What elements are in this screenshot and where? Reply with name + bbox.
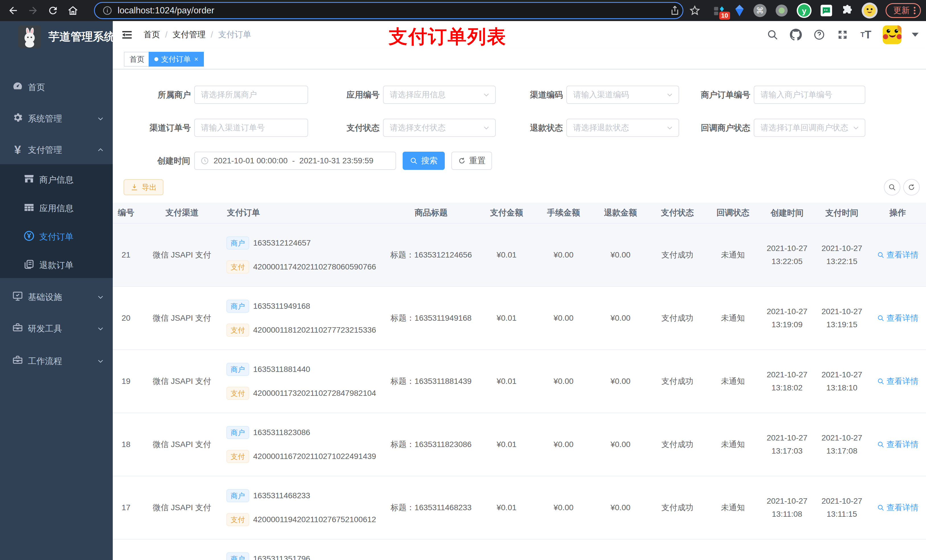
- sidebar-item-infra[interactable]: 基础设施: [0, 284, 113, 311]
- pay-channel: 微信 JSAPI 支付: [139, 502, 225, 513]
- share-icon[interactable]: [669, 5, 681, 16]
- sidebar-item-dev-tools[interactable]: 研发工具: [0, 315, 113, 342]
- filter-label-channel-code: 渠道编码: [495, 86, 563, 104]
- extension-tasks-icon[interactable]: 10: [713, 4, 726, 17]
- user-avatar[interactable]: [883, 25, 902, 44]
- breadcrumb-current: 支付订单: [218, 29, 251, 41]
- channel-code-select[interactable]: [566, 86, 679, 104]
- app-logo-row[interactable]: 芋道管理系统: [0, 21, 113, 52]
- extension-chat-icon[interactable]: [820, 4, 832, 17]
- notify-status: 未通知: [706, 313, 760, 323]
- tab-home[interactable]: 首页: [124, 52, 150, 66]
- browser-back-button[interactable]: [6, 4, 20, 17]
- browser-toolbar: localhost:1024/pay/order 10 ⌘ y: [0, 0, 926, 21]
- view-detail-link[interactable]: 查看详情: [877, 313, 918, 323]
- pay-amount: ¥0.01: [478, 314, 535, 323]
- chevron-down-icon: [97, 293, 104, 301]
- github-icon[interactable]: [789, 28, 802, 41]
- show-search-toggle-button[interactable]: [884, 179, 900, 195]
- callback-status-select[interactable]: [754, 119, 865, 137]
- pay-channel: 微信 JSAPI 支付: [139, 439, 225, 450]
- help-icon[interactable]: [813, 28, 826, 41]
- sidebar-item-pay[interactable]: ¥ 支付管理: [0, 136, 113, 164]
- view-detail-link[interactable]: 查看详情: [877, 439, 918, 450]
- browser-forward-button[interactable]: [26, 4, 40, 17]
- sidebar-fold-icon[interactable]: [121, 29, 133, 41]
- fullscreen-icon[interactable]: [836, 28, 849, 41]
- bookmark-star-icon[interactable]: [689, 5, 701, 16]
- pay-tag: 支付: [226, 450, 249, 463]
- view-detail-link[interactable]: 查看详情: [877, 376, 918, 387]
- extension-record-icon[interactable]: [775, 4, 788, 17]
- sidebar-item-merchant-info[interactable]: 商户信息: [0, 166, 113, 194]
- refund-amount: ¥0.00: [592, 314, 649, 323]
- pay-status-input[interactable]: [384, 119, 495, 136]
- search-button[interactable]: 搜索: [402, 152, 445, 170]
- sidebar-item-home[interactable]: 首页: [0, 74, 113, 101]
- pay-status: 支付成功: [649, 439, 706, 450]
- sidebar-item-pay-order[interactable]: 支付订单: [0, 222, 113, 251]
- chevron-down-icon: [666, 91, 673, 98]
- app-input[interactable]: [384, 86, 495, 103]
- merchant-tag: 商户: [226, 552, 249, 560]
- sidebar-item-app-info[interactable]: 应用信息: [0, 194, 113, 222]
- export-button[interactable]: 导出: [124, 179, 163, 195]
- merchant-order-no-field[interactable]: [754, 86, 865, 104]
- pay-order-cell: 商户 1635311823086 支付 42000011672021102710…: [225, 426, 384, 463]
- reset-button[interactable]: 重置: [451, 152, 492, 170]
- browser-update-button[interactable]: 更新: [885, 3, 921, 18]
- extension-command-icon[interactable]: ⌘: [754, 4, 767, 17]
- search-icon: [410, 157, 418, 165]
- browser-reload-button[interactable]: [46, 4, 60, 17]
- extension-y-icon[interactable]: y: [797, 3, 811, 18]
- pay-status: 支付成功: [649, 313, 706, 323]
- yen-icon: ¥: [10, 143, 25, 157]
- pay-status-select[interactable]: [383, 119, 496, 137]
- pay-time: 2021-10-27 13:17:08: [814, 432, 870, 457]
- channel-order-no-field[interactable]: [194, 119, 308, 137]
- search-icon[interactable]: [766, 28, 779, 41]
- filter-label-create-time: 创建时间: [122, 152, 190, 170]
- date-range-picker[interactable]: 2021-10-01 00:00:00 - 2021-10-31 23:59:5…: [194, 152, 396, 170]
- toolbox-icon: [10, 322, 25, 335]
- refund-status-select[interactable]: [566, 119, 679, 137]
- browser-home-button[interactable]: [66, 4, 80, 17]
- download-icon: [130, 183, 138, 191]
- product-title: 标题：1635311949168: [384, 313, 478, 323]
- search-icon: [888, 183, 896, 191]
- merchant-input[interactable]: [195, 86, 307, 103]
- merchant-select[interactable]: [194, 86, 308, 104]
- breadcrumb: 首页 / 支付管理 / 支付订单: [144, 21, 251, 48]
- close-tab-icon[interactable]: ×: [194, 55, 198, 63]
- view-detail-link[interactable]: 查看详情: [877, 502, 918, 513]
- refund-status-input[interactable]: [567, 119, 679, 136]
- sidebar-item-workflow[interactable]: 工作流程: [0, 347, 113, 375]
- col-status: 支付状态: [649, 207, 706, 219]
- profile-avatar-icon[interactable]: [862, 3, 878, 18]
- extension-badge: 10: [719, 12, 730, 20]
- avatar-caret-icon[interactable]: [912, 33, 918, 37]
- breadcrumb-pay[interactable]: 支付管理: [172, 29, 206, 41]
- merchant-order-no-input[interactable]: [754, 86, 865, 103]
- tab-pay-order[interactable]: 支付订单 ×: [149, 52, 204, 66]
- breadcrumb-home[interactable]: 首页: [144, 29, 160, 41]
- font-size-icon[interactable]: TT: [859, 28, 873, 41]
- refresh-table-button[interactable]: [903, 179, 920, 195]
- callback-status-input[interactable]: [754, 119, 865, 136]
- chevron-down-icon: [666, 124, 673, 131]
- channel-code-input[interactable]: [567, 86, 679, 103]
- site-info-icon[interactable]: [102, 5, 112, 16]
- extensions-puzzle-icon[interactable]: [841, 5, 853, 17]
- channel-order-no-input[interactable]: [195, 119, 307, 136]
- app-select[interactable]: [383, 86, 496, 104]
- address-bar[interactable]: localhost:1024/pay/order: [94, 2, 683, 19]
- browser-menu-icon[interactable]: [914, 6, 915, 15]
- view-detail-link[interactable]: 查看详情: [877, 249, 918, 260]
- sidebar-item-system[interactable]: 系统管理: [0, 105, 113, 132]
- sidebar-item-refund-order[interactable]: 退款订单: [0, 251, 113, 279]
- extension-gem-icon[interactable]: [734, 4, 745, 17]
- notify-status: 未通知: [706, 376, 760, 387]
- filter-label-merchant-order-no: 商户订单编号: [682, 86, 750, 104]
- notify-status: 未通知: [706, 439, 760, 450]
- chevron-down-icon: [852, 124, 859, 131]
